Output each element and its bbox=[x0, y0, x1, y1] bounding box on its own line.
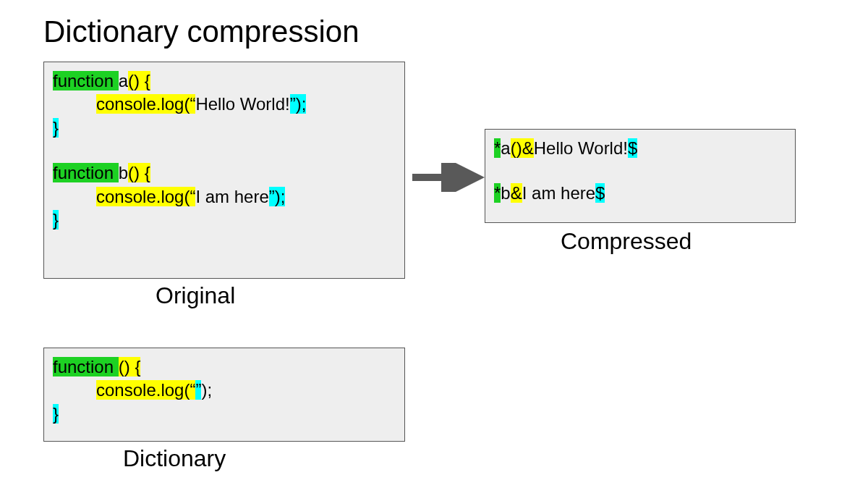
dictionary-box: function () { console.log(“”); } bbox=[43, 348, 405, 442]
code-line: *a()&Hello World!$ bbox=[494, 137, 786, 160]
fn-signature: () bbox=[511, 138, 522, 158]
console-log: console.log(“ bbox=[96, 187, 195, 206]
fn-signature: () { bbox=[119, 357, 141, 376]
closing-paren: ”); bbox=[269, 187, 286, 206]
keyword-function: function bbox=[53, 357, 119, 376]
code-line: console.log(“”); bbox=[53, 379, 396, 402]
code-line: console.log(“Hello World!”); bbox=[53, 93, 396, 116]
fn-signature: () { bbox=[128, 163, 150, 182]
code-line: console.log(“I am here”); bbox=[53, 185, 396, 209]
compressed-box: *a()&Hello World!$ *b&I am here$ bbox=[485, 129, 796, 223]
arrow-icon bbox=[412, 163, 485, 192]
compressed-label: Compressed bbox=[561, 228, 692, 255]
dictionary-label: Dictionary bbox=[123, 445, 226, 472]
token-dollar: $ bbox=[595, 183, 605, 203]
keyword-function: function bbox=[53, 163, 119, 182]
code-line: } bbox=[53, 117, 396, 140]
close-brace: } bbox=[53, 210, 59, 230]
payload-text: Hello World! bbox=[195, 94, 289, 114]
token-star: * bbox=[494, 138, 501, 158]
fn-name: a bbox=[501, 138, 510, 158]
closing-paren: ); bbox=[201, 380, 212, 400]
code-line: } bbox=[53, 209, 396, 232]
code-line: function b() { bbox=[53, 161, 396, 185]
closing-paren: ”); bbox=[290, 94, 307, 114]
fn-name: b bbox=[119, 163, 128, 182]
close-brace: } bbox=[53, 404, 59, 424]
code-line: } bbox=[53, 403, 396, 426]
payload-text: I am here bbox=[522, 183, 595, 203]
token-dollar: $ bbox=[628, 138, 637, 158]
code-line: function a() { bbox=[53, 70, 396, 93]
close-brace: } bbox=[53, 118, 59, 138]
payload-text: Hello World! bbox=[534, 138, 628, 158]
code-line: *b&I am here$ bbox=[494, 182, 786, 205]
code-line: function () { bbox=[53, 356, 396, 379]
fn-name: b bbox=[501, 183, 510, 203]
token-amp: & bbox=[522, 138, 534, 158]
blank-line bbox=[494, 160, 786, 182]
fn-signature: () { bbox=[128, 71, 150, 91]
blank-line bbox=[53, 140, 396, 161]
token-star: * bbox=[494, 183, 501, 203]
console-log: console.log(“ bbox=[96, 380, 195, 400]
original-label: Original bbox=[156, 282, 235, 309]
payload-text: I am here bbox=[195, 187, 268, 206]
original-code-box: function a() { console.log(“Hello World!… bbox=[43, 62, 405, 279]
token-amp: & bbox=[511, 183, 522, 203]
keyword-function: function bbox=[53, 71, 119, 91]
console-log: console.log(“ bbox=[96, 94, 195, 114]
fn-name: a bbox=[119, 71, 128, 91]
diagram-title: Dictionary compression bbox=[43, 14, 359, 49]
